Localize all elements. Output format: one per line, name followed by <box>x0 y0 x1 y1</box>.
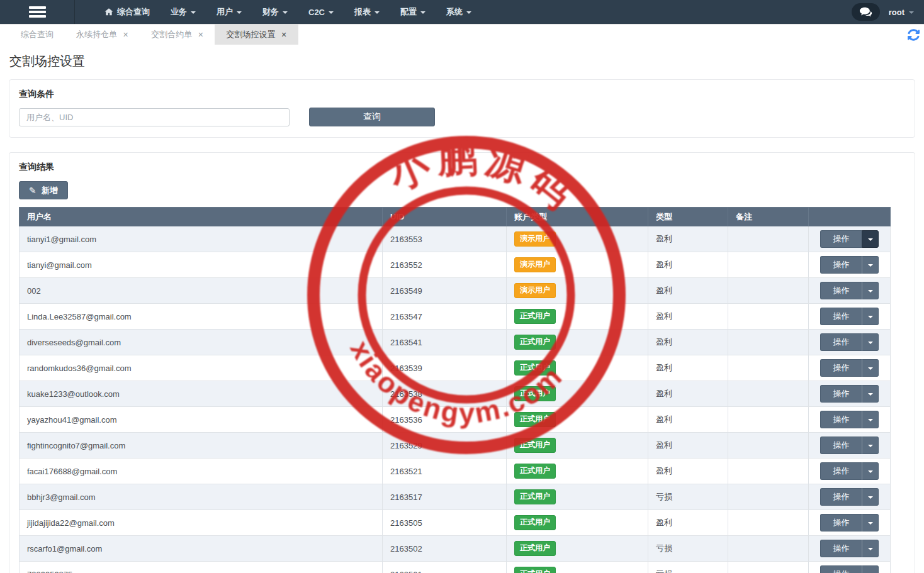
sidebar-toggle-button[interactable] <box>0 0 75 24</box>
chevron-down-icon <box>868 470 873 473</box>
action-dropdown-toggle[interactable] <box>862 385 879 403</box>
chevron-down-icon <box>868 316 873 318</box>
menu-item[interactable]: 业务 <box>171 6 196 18</box>
action-cell: 操作 <box>809 562 891 573</box>
tab[interactable]: 交割合约单 ✕ <box>140 25 215 45</box>
action-button[interactable]: 操作 <box>820 359 862 377</box>
add-button[interactable]: ✎ 新增 <box>19 181 68 199</box>
column-header: 用户名 <box>20 208 383 226</box>
action-button[interactable]: 操作 <box>820 437 862 454</box>
action-dropdown-toggle[interactable] <box>862 411 879 428</box>
table-row: yayazhou41@gmail.com 2163536 正式用户 盈利 操作 <box>20 407 891 433</box>
username-cell: 002 <box>20 278 383 304</box>
query-panel-title: 查询条件 <box>9 80 915 100</box>
action-dropdown-toggle[interactable] <box>862 565 879 573</box>
column-header: 备注 <box>728 208 809 226</box>
chevron-down-icon <box>868 342 873 344</box>
menu-item[interactable]: 财务 <box>262 6 288 18</box>
tab[interactable]: 综合查询 <box>9 25 65 45</box>
tab[interactable]: 永续持仓单 ✕ <box>65 25 140 45</box>
chevron-down-icon <box>191 11 196 14</box>
action-button[interactable]: 操作 <box>820 565 862 573</box>
action-button[interactable]: 操作 <box>820 411 862 428</box>
chevron-down-icon <box>868 548 873 550</box>
action-button[interactable]: 操作 <box>820 488 862 506</box>
action-dropdown-toggle[interactable] <box>862 282 879 299</box>
account-type-badge: 正式用户 <box>514 412 556 427</box>
remark-cell <box>728 562 809 573</box>
action-dropdown-toggle[interactable] <box>862 308 879 325</box>
action-dropdown-toggle[interactable] <box>862 540 879 557</box>
action-dropdown-toggle[interactable] <box>862 437 879 454</box>
action-dropdown-toggle[interactable] <box>862 488 879 506</box>
messages-button[interactable] <box>852 3 880 21</box>
refresh-button[interactable] <box>908 29 920 41</box>
username-cell: rscarfo1@gmail.com <box>20 536 383 562</box>
action-cell: 操作 <box>809 330 891 355</box>
action-dropdown-toggle[interactable] <box>862 514 879 531</box>
remark-cell <box>728 278 809 304</box>
action-button[interactable]: 操作 <box>820 282 862 299</box>
action-dropdown-toggle[interactable] <box>862 333 879 351</box>
tab[interactable]: 交割场控设置 ✕ <box>215 25 298 45</box>
action-split-button: 操作 <box>820 230 879 248</box>
menu-item[interactable]: 报表 <box>354 6 380 18</box>
menu-item-label: 报表 <box>354 6 371 18</box>
type-cell: 盈利 <box>648 278 728 304</box>
uid-cell: 2163553 <box>383 226 507 252</box>
search-input[interactable] <box>19 108 290 126</box>
menu-item[interactable]: 综合查询 <box>104 6 150 18</box>
account-type-badge: 正式用户 <box>514 541 556 556</box>
action-cell: 操作 <box>809 536 891 562</box>
user-menu[interactable]: root <box>889 8 914 17</box>
close-icon[interactable]: ✕ <box>198 31 203 39</box>
chevron-down-icon <box>868 290 873 292</box>
uid-cell: 2163538 <box>383 381 507 407</box>
action-cell: 操作 <box>809 304 891 330</box>
menu-item[interactable]: 用户 <box>217 6 242 18</box>
action-dropdown-toggle[interactable] <box>862 359 879 377</box>
action-button[interactable]: 操作 <box>820 308 862 325</box>
chevron-down-icon <box>375 11 380 14</box>
chevron-down-icon <box>868 522 873 525</box>
action-button[interactable]: 操作 <box>820 540 862 557</box>
uid-cell: 2163536 <box>383 407 507 433</box>
open-tabs: 综合查询 永续持仓单 ✕ 交割合约单 ✕ 交割场控设置 ✕ <box>9 25 298 45</box>
refresh-icon <box>908 29 920 41</box>
action-cell: 操作 <box>809 252 891 278</box>
menu-item[interactable]: C2C <box>308 8 334 17</box>
account-type-cell: 正式用户 <box>507 459 648 484</box>
action-dropdown-toggle[interactable] <box>862 462 879 480</box>
action-split-button: 操作 <box>820 514 879 531</box>
uid-cell: 2163521 <box>383 459 507 484</box>
chevron-down-icon <box>909 11 914 14</box>
remark-cell <box>728 459 809 484</box>
chevron-down-icon <box>868 238 873 241</box>
close-icon[interactable]: ✕ <box>123 31 128 39</box>
chevron-down-icon <box>868 419 873 421</box>
action-button[interactable]: 操作 <box>820 385 862 403</box>
chevron-down-icon <box>237 11 242 14</box>
action-dropdown-toggle[interactable] <box>862 230 879 248</box>
close-icon[interactable]: ✕ <box>281 31 286 39</box>
action-dropdown-toggle[interactable] <box>862 256 879 274</box>
action-button[interactable]: 操作 <box>820 256 862 274</box>
query-row: 查询 <box>9 100 915 137</box>
main-menu: 综合查询 业务 用户 财务 C2C 报表 配置 系统 <box>104 6 471 18</box>
uid-cell: 2163501 <box>383 562 507 573</box>
menu-item[interactable]: 配置 <box>400 6 425 18</box>
action-button[interactable]: 操作 <box>820 462 862 480</box>
action-button[interactable]: 操作 <box>820 514 862 531</box>
chevron-down-icon <box>466 11 471 14</box>
remark-cell <box>728 381 809 407</box>
table-header-row: 用户名UID账户类型类型备注 <box>20 208 891 226</box>
results-panel-title: 查询结果 <box>9 153 915 173</box>
action-button[interactable]: 操作 <box>820 333 862 351</box>
account-type-badge: 正式用户 <box>514 309 556 324</box>
search-button[interactable]: 查询 <box>309 108 435 126</box>
type-cell: 盈利 <box>648 355 728 381</box>
menu-item[interactable]: 系统 <box>446 6 471 18</box>
action-button[interactable]: 操作 <box>820 230 862 248</box>
table-row: tianyi1@gmail.com 2163553 演示用户 盈利 操作 <box>20 226 891 252</box>
action-cell: 操作 <box>809 226 891 252</box>
